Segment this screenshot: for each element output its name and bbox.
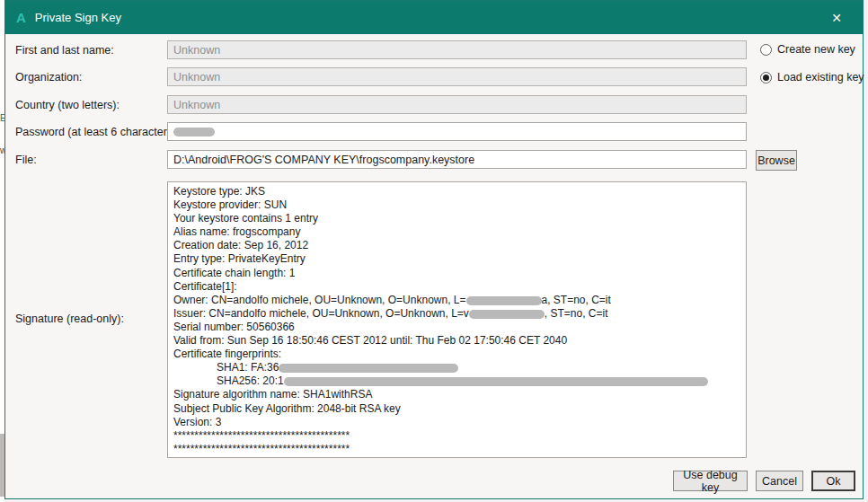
- close-icon[interactable]: ✕: [821, 1, 852, 34]
- use-debug-key-button[interactable]: Use debug key: [673, 471, 748, 491]
- radio-load-existing-key[interactable]: Load existing key: [760, 71, 864, 84]
- organization-field: Unknown: [167, 67, 747, 86]
- signature-text[interactable]: Keystore type: JKSKeystore provider: SUN…: [167, 181, 747, 458]
- file-path-value: D:\Android\FROG'S COMPANY KEY\frogscompa…: [173, 154, 474, 166]
- app-icon: A: [16, 10, 26, 25]
- cancel-button[interactable]: Cancel: [756, 471, 803, 491]
- country-field: Unknown: [167, 95, 747, 114]
- file-label: File:: [15, 154, 37, 166]
- radio-create-new-key[interactable]: Create new key: [760, 43, 855, 56]
- country-value: Unknown: [173, 99, 220, 111]
- titlebar: A Private Sign Key ✕: [5, 1, 863, 34]
- password-input[interactable]: [167, 122, 747, 141]
- first-last-name-field: Unknown: [167, 40, 747, 59]
- radio-label: Load existing key: [777, 71, 864, 84]
- window-title: Private Sign Key: [35, 11, 121, 24]
- first-last-name-label: First and last name:: [15, 44, 114, 57]
- file-path-input[interactable]: D:\Android\FROG'S COMPANY KEY\frogscompa…: [167, 150, 747, 169]
- country-label: Country (two letters):: [15, 99, 120, 111]
- radio-circle-icon[interactable]: [760, 44, 772, 56]
- password-label: Password (at least 6 characters):: [15, 126, 180, 138]
- ok-button[interactable]: Ok: [811, 471, 855, 491]
- radio-label: Create new key: [777, 43, 855, 56]
- organization-label: Organization:: [15, 71, 82, 84]
- signature-label: Signature (read-only):: [15, 313, 124, 325]
- password-redaction: [173, 128, 215, 137]
- private-sign-key-dialog: A Private Sign Key ✕ First and last name…: [4, 0, 864, 499]
- radio-circle-icon[interactable]: [760, 72, 772, 84]
- organization-value: Unknown: [173, 71, 220, 84]
- first-last-name-value: Unknown: [173, 44, 220, 57]
- screen: E w: A Private Sign Key ✕ First and last…: [0, 0, 868, 502]
- browse-button[interactable]: Browse: [756, 150, 797, 171]
